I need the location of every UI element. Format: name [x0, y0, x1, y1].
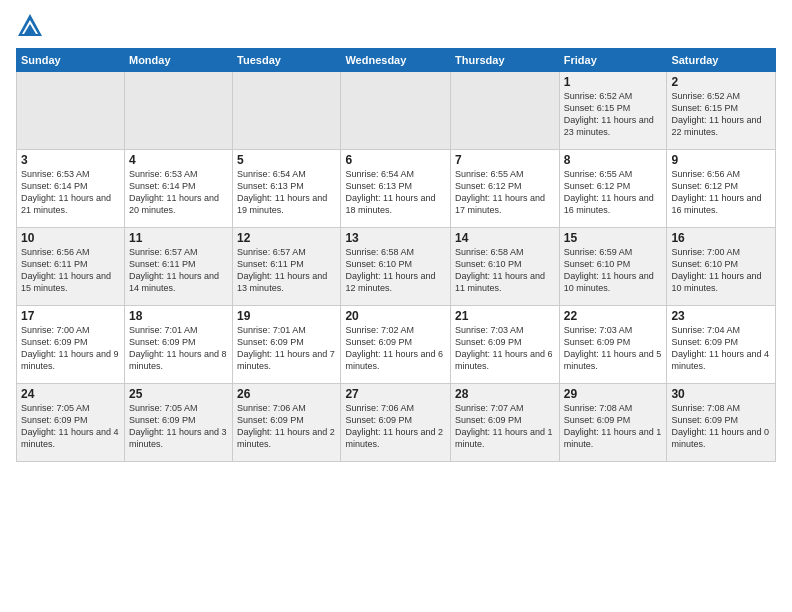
day-info: Sunrise: 6:52 AM Sunset: 6:15 PM Dayligh…: [564, 90, 663, 139]
calendar-cell: 25Sunrise: 7:05 AM Sunset: 6:09 PM Dayli…: [124, 384, 232, 462]
calendar-cell: 21Sunrise: 7:03 AM Sunset: 6:09 PM Dayli…: [451, 306, 560, 384]
calendar-cell: 2Sunrise: 6:52 AM Sunset: 6:15 PM Daylig…: [667, 72, 776, 150]
day-info: Sunrise: 6:55 AM Sunset: 6:12 PM Dayligh…: [455, 168, 555, 217]
logo-icon: [16, 12, 44, 40]
day-info: Sunrise: 6:56 AM Sunset: 6:12 PM Dayligh…: [671, 168, 771, 217]
calendar-cell: 18Sunrise: 7:01 AM Sunset: 6:09 PM Dayli…: [124, 306, 232, 384]
calendar-header-friday: Friday: [559, 49, 667, 72]
day-number: 16: [671, 231, 771, 245]
day-info: Sunrise: 7:01 AM Sunset: 6:09 PM Dayligh…: [237, 324, 336, 373]
calendar-cell: 12Sunrise: 6:57 AM Sunset: 6:11 PM Dayli…: [233, 228, 341, 306]
calendar-header-thursday: Thursday: [451, 49, 560, 72]
day-number: 4: [129, 153, 228, 167]
day-number: 6: [345, 153, 446, 167]
day-number: 12: [237, 231, 336, 245]
logo: [16, 12, 48, 40]
day-info: Sunrise: 7:08 AM Sunset: 6:09 PM Dayligh…: [564, 402, 663, 451]
calendar-header-monday: Monday: [124, 49, 232, 72]
calendar-cell: 10Sunrise: 6:56 AM Sunset: 6:11 PM Dayli…: [17, 228, 125, 306]
day-number: 13: [345, 231, 446, 245]
calendar-cell: 9Sunrise: 6:56 AM Sunset: 6:12 PM Daylig…: [667, 150, 776, 228]
day-number: 22: [564, 309, 663, 323]
day-info: Sunrise: 7:06 AM Sunset: 6:09 PM Dayligh…: [237, 402, 336, 451]
calendar-week-row: 17Sunrise: 7:00 AM Sunset: 6:09 PM Dayli…: [17, 306, 776, 384]
day-info: Sunrise: 7:00 AM Sunset: 6:09 PM Dayligh…: [21, 324, 120, 373]
day-info: Sunrise: 7:03 AM Sunset: 6:09 PM Dayligh…: [564, 324, 663, 373]
calendar-cell: 15Sunrise: 6:59 AM Sunset: 6:10 PM Dayli…: [559, 228, 667, 306]
calendar-cell: 14Sunrise: 6:58 AM Sunset: 6:10 PM Dayli…: [451, 228, 560, 306]
calendar-cell: 8Sunrise: 6:55 AM Sunset: 6:12 PM Daylig…: [559, 150, 667, 228]
day-info: Sunrise: 7:03 AM Sunset: 6:09 PM Dayligh…: [455, 324, 555, 373]
day-number: 23: [671, 309, 771, 323]
calendar-cell: 17Sunrise: 7:00 AM Sunset: 6:09 PM Dayli…: [17, 306, 125, 384]
day-number: 26: [237, 387, 336, 401]
day-number: 2: [671, 75, 771, 89]
calendar-header-saturday: Saturday: [667, 49, 776, 72]
day-number: 8: [564, 153, 663, 167]
calendar-header-wednesday: Wednesday: [341, 49, 451, 72]
calendar-week-row: 1Sunrise: 6:52 AM Sunset: 6:15 PM Daylig…: [17, 72, 776, 150]
day-info: Sunrise: 7:06 AM Sunset: 6:09 PM Dayligh…: [345, 402, 446, 451]
day-number: 28: [455, 387, 555, 401]
calendar-cell: 29Sunrise: 7:08 AM Sunset: 6:09 PM Dayli…: [559, 384, 667, 462]
calendar-week-row: 3Sunrise: 6:53 AM Sunset: 6:14 PM Daylig…: [17, 150, 776, 228]
calendar-cell: 27Sunrise: 7:06 AM Sunset: 6:09 PM Dayli…: [341, 384, 451, 462]
day-info: Sunrise: 6:56 AM Sunset: 6:11 PM Dayligh…: [21, 246, 120, 295]
calendar-cell: 16Sunrise: 7:00 AM Sunset: 6:10 PM Dayli…: [667, 228, 776, 306]
calendar-cell: 24Sunrise: 7:05 AM Sunset: 6:09 PM Dayli…: [17, 384, 125, 462]
calendar-cell: 1Sunrise: 6:52 AM Sunset: 6:15 PM Daylig…: [559, 72, 667, 150]
day-number: 9: [671, 153, 771, 167]
day-number: 17: [21, 309, 120, 323]
day-number: 19: [237, 309, 336, 323]
calendar-header-sunday: Sunday: [17, 49, 125, 72]
day-number: 24: [21, 387, 120, 401]
calendar-cell: 7Sunrise: 6:55 AM Sunset: 6:12 PM Daylig…: [451, 150, 560, 228]
calendar-cell: 26Sunrise: 7:06 AM Sunset: 6:09 PM Dayli…: [233, 384, 341, 462]
header: [16, 12, 776, 40]
day-info: Sunrise: 7:02 AM Sunset: 6:09 PM Dayligh…: [345, 324, 446, 373]
day-info: Sunrise: 6:52 AM Sunset: 6:15 PM Dayligh…: [671, 90, 771, 139]
day-info: Sunrise: 7:01 AM Sunset: 6:09 PM Dayligh…: [129, 324, 228, 373]
day-number: 3: [21, 153, 120, 167]
day-number: 27: [345, 387, 446, 401]
calendar-cell: 19Sunrise: 7:01 AM Sunset: 6:09 PM Dayli…: [233, 306, 341, 384]
calendar-cell: 23Sunrise: 7:04 AM Sunset: 6:09 PM Dayli…: [667, 306, 776, 384]
calendar-cell: 11Sunrise: 6:57 AM Sunset: 6:11 PM Dayli…: [124, 228, 232, 306]
day-info: Sunrise: 6:57 AM Sunset: 6:11 PM Dayligh…: [237, 246, 336, 295]
day-info: Sunrise: 7:07 AM Sunset: 6:09 PM Dayligh…: [455, 402, 555, 451]
calendar-cell: [451, 72, 560, 150]
calendar-week-row: 24Sunrise: 7:05 AM Sunset: 6:09 PM Dayli…: [17, 384, 776, 462]
page: SundayMondayTuesdayWednesdayThursdayFrid…: [0, 0, 792, 612]
day-number: 5: [237, 153, 336, 167]
day-info: Sunrise: 6:54 AM Sunset: 6:13 PM Dayligh…: [237, 168, 336, 217]
day-info: Sunrise: 7:00 AM Sunset: 6:10 PM Dayligh…: [671, 246, 771, 295]
day-info: Sunrise: 7:05 AM Sunset: 6:09 PM Dayligh…: [129, 402, 228, 451]
day-number: 21: [455, 309, 555, 323]
calendar-cell: [233, 72, 341, 150]
day-info: Sunrise: 6:58 AM Sunset: 6:10 PM Dayligh…: [455, 246, 555, 295]
day-info: Sunrise: 7:05 AM Sunset: 6:09 PM Dayligh…: [21, 402, 120, 451]
day-info: Sunrise: 6:57 AM Sunset: 6:11 PM Dayligh…: [129, 246, 228, 295]
day-number: 7: [455, 153, 555, 167]
calendar-week-row: 10Sunrise: 6:56 AM Sunset: 6:11 PM Dayli…: [17, 228, 776, 306]
calendar-header-tuesday: Tuesday: [233, 49, 341, 72]
calendar-header-row: SundayMondayTuesdayWednesdayThursdayFrid…: [17, 49, 776, 72]
day-number: 25: [129, 387, 228, 401]
calendar-cell: 4Sunrise: 6:53 AM Sunset: 6:14 PM Daylig…: [124, 150, 232, 228]
day-info: Sunrise: 7:04 AM Sunset: 6:09 PM Dayligh…: [671, 324, 771, 373]
day-number: 1: [564, 75, 663, 89]
day-info: Sunrise: 6:54 AM Sunset: 6:13 PM Dayligh…: [345, 168, 446, 217]
day-number: 11: [129, 231, 228, 245]
calendar-cell: [124, 72, 232, 150]
calendar-cell: 22Sunrise: 7:03 AM Sunset: 6:09 PM Dayli…: [559, 306, 667, 384]
day-info: Sunrise: 6:53 AM Sunset: 6:14 PM Dayligh…: [21, 168, 120, 217]
calendar-cell: 13Sunrise: 6:58 AM Sunset: 6:10 PM Dayli…: [341, 228, 451, 306]
day-info: Sunrise: 6:59 AM Sunset: 6:10 PM Dayligh…: [564, 246, 663, 295]
calendar-cell: 20Sunrise: 7:02 AM Sunset: 6:09 PM Dayli…: [341, 306, 451, 384]
day-number: 14: [455, 231, 555, 245]
day-info: Sunrise: 6:53 AM Sunset: 6:14 PM Dayligh…: [129, 168, 228, 217]
day-number: 10: [21, 231, 120, 245]
day-number: 29: [564, 387, 663, 401]
calendar-cell: 5Sunrise: 6:54 AM Sunset: 6:13 PM Daylig…: [233, 150, 341, 228]
calendar-cell: 30Sunrise: 7:08 AM Sunset: 6:09 PM Dayli…: [667, 384, 776, 462]
